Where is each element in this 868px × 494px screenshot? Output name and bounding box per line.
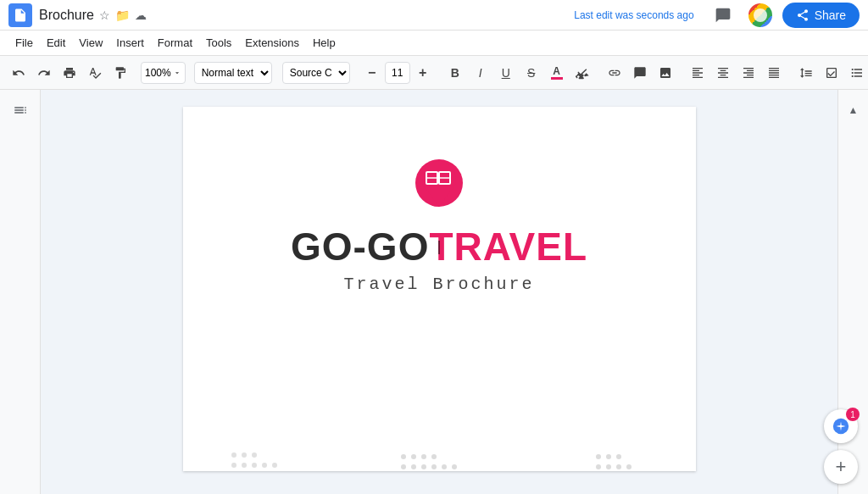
comment-icon[interactable] <box>708 0 738 31</box>
menu-help[interactable]: Help <box>306 33 342 53</box>
title-action-icons: ☆ 📁 ☁ <box>99 8 147 22</box>
link-button[interactable] <box>603 61 626 85</box>
svg-point-13 <box>411 464 416 469</box>
font-size-controls: − 11 + <box>360 61 435 85</box>
svg-point-28 <box>616 454 621 459</box>
brand-suffix: TRAVEL <box>429 224 587 269</box>
zoom-control[interactable]: 100% <box>141 62 186 84</box>
svg-point-5 <box>242 463 247 468</box>
menu-bar: File Edit View Insert Format Tools Exten… <box>0 31 868 56</box>
svg-point-15 <box>431 464 437 469</box>
menu-insert[interactable]: Insert <box>109 33 151 53</box>
add-icon: + <box>836 456 847 478</box>
svg-point-20 <box>421 454 426 459</box>
svg-point-21 <box>431 454 437 459</box>
undo-button[interactable] <box>7 61 31 85</box>
text-cursor <box>439 241 440 254</box>
folder-icon[interactable]: 📁 <box>115 8 130 22</box>
gemini-button[interactable]: 1 <box>824 409 858 443</box>
svg-point-7 <box>262 463 267 468</box>
underline-button[interactable]: U <box>494 61 518 85</box>
svg-point-16 <box>442 464 447 469</box>
document-title[interactable]: Brochure <box>39 8 94 23</box>
svg-point-8 <box>272 463 277 468</box>
svg-point-4 <box>231 463 236 468</box>
svg-point-19 <box>411 454 416 459</box>
menu-file[interactable]: File <box>8 33 40 53</box>
bullet-list-button[interactable] <box>845 61 868 85</box>
brand-prefix: GO-GO <box>291 224 429 269</box>
bold-button[interactable]: B <box>443 61 467 85</box>
svg-point-11 <box>252 452 257 458</box>
menu-extensions[interactable]: Extensions <box>238 33 306 53</box>
document-page[interactable]: GO-GO TRAVEL Travel Brochure <box>183 107 696 471</box>
svg-point-27 <box>606 454 611 459</box>
svg-point-24 <box>616 464 621 469</box>
strikethrough-button[interactable]: S <box>520 61 543 85</box>
bottom-decorations <box>183 420 696 471</box>
menu-format[interactable]: Format <box>151 33 199 53</box>
checklist-button[interactable] <box>820 61 843 85</box>
svg-point-17 <box>452 464 457 469</box>
print-button[interactable] <box>58 61 81 85</box>
logo-section: GO-GO TRAVEL Travel Brochure <box>291 158 587 294</box>
cloud-icon[interactable]: ☁ <box>135 8 147 22</box>
highlight-button[interactable] <box>570 61 594 85</box>
align-right-button[interactable] <box>737 61 760 85</box>
doc-icon <box>8 3 32 27</box>
svg-point-23 <box>606 464 611 469</box>
zoom-value: 100% <box>145 67 171 79</box>
font-size-increase[interactable]: + <box>411 61 435 85</box>
svg-point-18 <box>401 454 406 459</box>
line-spacing-button[interactable] <box>794 61 818 85</box>
font-size-decrease[interactable]: − <box>360 61 384 85</box>
text-style-select[interactable]: Normal text Heading 1 Heading 2 <box>194 62 272 84</box>
outline-icon[interactable] <box>7 97 34 124</box>
align-center-button[interactable] <box>711 61 735 85</box>
menu-view[interactable]: View <box>72 33 109 53</box>
redo-button[interactable] <box>32 61 56 85</box>
text-color-button[interactable]: A <box>545 61 569 85</box>
notification-badge: 1 <box>846 408 860 421</box>
menu-tools[interactable]: Tools <box>199 33 238 53</box>
svg-point-6 <box>252 463 257 468</box>
svg-point-9 <box>231 452 236 458</box>
svg-point-26 <box>596 454 601 459</box>
svg-point-10 <box>242 452 247 458</box>
map-pin-logo <box>414 158 465 217</box>
canvas-area[interactable]: GO-GO TRAVEL Travel Brochure <box>41 90 837 494</box>
floating-action-buttons: 1 + <box>824 409 858 484</box>
align-left-button[interactable] <box>686 61 709 85</box>
star-icon[interactable]: ☆ <box>99 8 110 22</box>
italic-button[interactable]: I <box>469 61 492 85</box>
add-content-button[interactable]: + <box>824 450 858 484</box>
document-area: GO-GO TRAVEL Travel Brochure <box>0 90 868 494</box>
comment-toolbar-button[interactable] <box>628 61 652 85</box>
share-label: Share <box>815 8 846 22</box>
header-icons: Share <box>708 0 860 31</box>
svg-point-14 <box>421 464 426 469</box>
brand-subtitle: Travel Brochure <box>343 275 534 294</box>
right-panel-up[interactable]: ▲ <box>840 97 867 124</box>
svg-point-22 <box>596 464 601 469</box>
last-edit-status: Last edit was seconds ago <box>574 9 693 21</box>
user-avatar[interactable] <box>747 2 774 29</box>
svg-point-12 <box>401 464 406 469</box>
title-bar: Brochure ☆ 📁 ☁ Last edit was seconds ago… <box>0 0 868 31</box>
svg-point-25 <box>626 464 632 469</box>
font-select[interactable]: Source Co... Arial Times New Roman <box>282 62 350 84</box>
paint-format-button[interactable] <box>108 61 132 85</box>
share-button[interactable]: Share <box>782 3 860 28</box>
spelling-button[interactable] <box>83 61 107 85</box>
justify-button[interactable] <box>762 61 786 85</box>
left-panel <box>0 90 41 494</box>
toolbar: 100% Normal text Heading 1 Heading 2 Sou… <box>0 56 868 90</box>
menu-edit[interactable]: Edit <box>40 33 72 53</box>
image-button[interactable] <box>654 61 677 85</box>
font-size-input[interactable]: 11 <box>385 62 410 84</box>
